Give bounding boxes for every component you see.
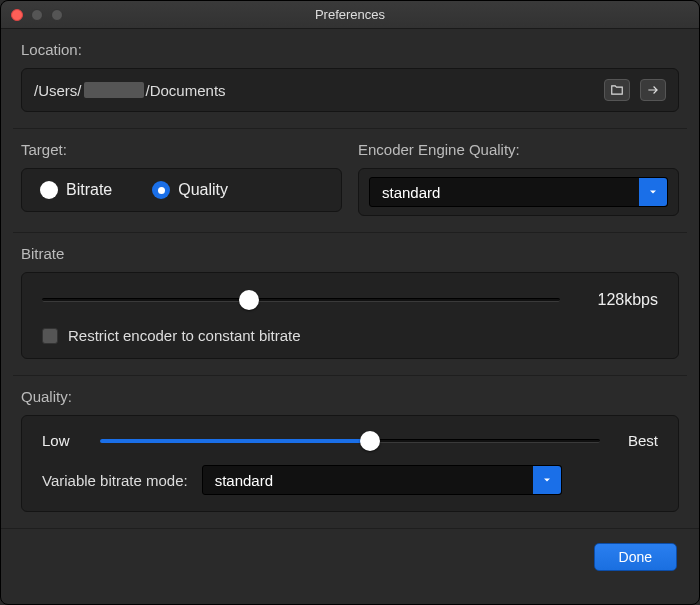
target-column: Target: Bitrate Quality (21, 141, 342, 216)
dialog-footer: Done (1, 528, 699, 585)
encoder-quality-well: standard (358, 168, 679, 216)
slider-thumb[interactable] (239, 290, 259, 310)
restrict-constant-bitrate-label: Restrict encoder to constant bitrate (68, 327, 301, 344)
quality-slider[interactable] (100, 433, 600, 449)
location-path-suffix: /Documents (146, 82, 226, 99)
close-window-button[interactable] (11, 9, 23, 21)
location-path-redacted (84, 82, 144, 98)
window-controls (11, 9, 63, 21)
arrow-right-icon (646, 83, 660, 97)
target-encoder-section: Target: Bitrate Quality Encoder Engine Q… (13, 129, 687, 233)
radio-on-icon (152, 181, 170, 199)
window-title: Preferences (1, 7, 699, 22)
target-quality-radio[interactable]: Quality (152, 181, 228, 199)
quality-low-label: Low (42, 432, 82, 449)
slider-thumb[interactable] (360, 431, 380, 451)
radio-off-icon (40, 181, 58, 199)
vbr-mode-value: standard (215, 472, 273, 489)
location-well: /Users/ /Documents (21, 68, 679, 112)
target-bitrate-radio[interactable]: Bitrate (40, 181, 112, 199)
encoder-quality-value: standard (382, 184, 440, 201)
bitrate-value: 128kbps (578, 291, 658, 309)
reveal-location-button[interactable] (640, 79, 666, 101)
quality-section: Quality: Low Best Variable bitrate mode:… (13, 376, 687, 528)
quality-well: Low Best Variable bitrate mode: standard (21, 415, 679, 512)
folder-icon (610, 83, 624, 97)
titlebar: Preferences (1, 1, 699, 29)
quality-best-label: Best (618, 432, 658, 449)
chevron-down-icon (533, 466, 561, 494)
quality-label: Quality: (21, 388, 679, 405)
minimize-window-button[interactable] (31, 9, 43, 21)
restrict-constant-bitrate-checkbox[interactable]: Restrict encoder to constant bitrate (42, 327, 658, 344)
target-bitrate-label: Bitrate (66, 181, 112, 199)
checkbox-icon (42, 328, 58, 344)
vbr-mode-select[interactable]: standard (202, 465, 562, 495)
zoom-window-button[interactable] (51, 9, 63, 21)
encoder-quality-label: Encoder Engine Quality: (358, 141, 679, 158)
bitrate-slider[interactable] (42, 292, 560, 308)
location-label: Location: (21, 41, 679, 58)
browse-folder-button[interactable] (604, 79, 630, 101)
bitrate-section: Bitrate 128kbps Restrict encoder to cons… (13, 233, 687, 376)
encoder-quality-column: Encoder Engine Quality: standard (358, 141, 679, 216)
target-quality-label: Quality (178, 181, 228, 199)
chevron-down-icon (639, 178, 667, 206)
done-button[interactable]: Done (594, 543, 677, 571)
target-radio-group: Bitrate Quality (21, 168, 342, 212)
location-path-prefix: /Users/ (34, 82, 82, 99)
bitrate-well: 128kbps Restrict encoder to constant bit… (21, 272, 679, 359)
location-section: Location: /Users/ /Documents (13, 29, 687, 129)
encoder-quality-select[interactable]: standard (369, 177, 668, 207)
vbr-mode-label: Variable bitrate mode: (42, 472, 188, 489)
bitrate-label: Bitrate (21, 245, 679, 262)
target-label: Target: (21, 141, 342, 158)
location-path: /Users/ /Documents (34, 82, 226, 99)
